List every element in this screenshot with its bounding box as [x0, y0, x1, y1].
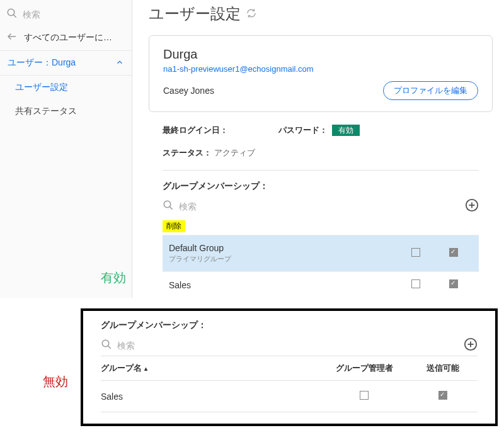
search-icon [101, 339, 112, 352]
group-search-input[interactable] [179, 201, 465, 211]
password-badge: 有効 [332, 125, 360, 136]
password-label: パスワード： [278, 125, 328, 135]
svg-line-1 [13, 14, 16, 18]
sidebar-subitems: ユーザー設定 共有ステータス [0, 76, 132, 123]
group-admin-checkbox[interactable] [411, 248, 420, 257]
overlay-add-icon[interactable] [464, 337, 478, 353]
group-search-row [163, 196, 465, 217]
group-table: Default Group プライマリグループ Sales [163, 235, 479, 298]
refresh-icon[interactable] [246, 8, 257, 21]
overlay-search-input[interactable] [117, 341, 464, 351]
user-card: Durga na1-sh-previewuser1@echosignmail.c… [149, 35, 493, 112]
status-label: ステータス： [163, 148, 212, 157]
col-group-admin[interactable]: グループ管理者 [320, 363, 408, 374]
search-icon [163, 200, 174, 213]
page-title: ユーザー設定 [149, 4, 241, 24]
sidebar-search-input[interactable] [23, 9, 133, 20]
svg-point-8 [102, 340, 109, 347]
svg-line-4 [169, 206, 173, 210]
overlay-search-row [101, 335, 464, 356]
status-value: アクティブ [214, 148, 255, 157]
svg-point-0 [8, 9, 14, 16]
chevron-up-icon [115, 58, 124, 69]
delete-tag[interactable]: 削除 [163, 220, 185, 232]
group-admin-checkbox[interactable] [411, 279, 420, 288]
sidebar-search-row [0, 4, 132, 25]
svg-point-3 [164, 201, 171, 208]
group-name: Sales [169, 280, 397, 290]
overlay-admin-checkbox[interactable] [360, 391, 369, 400]
user-display-name: Durga [163, 47, 478, 62]
annotation-invalid: 無効 [43, 373, 68, 390]
sidebar-user-label: ユーザー：Durga [8, 57, 76, 69]
send-enabled-checkbox[interactable] [449, 279, 458, 288]
main-content: ユーザー設定 Durga na1-sh-previewuser1@echosig… [132, 0, 504, 298]
col-send-enabled[interactable]: 送信可能 [408, 363, 478, 374]
user-subname: Casey Jones [163, 86, 214, 96]
add-group-icon[interactable] [465, 198, 479, 214]
send-enabled-checkbox[interactable] [449, 248, 458, 257]
group-membership-section: グループメンバーシップ： 削除 Default Group プライマリ [149, 171, 493, 298]
last-login-label: 最終ログイン日： [163, 125, 228, 135]
page-header: ユーザー設定 [149, 4, 493, 24]
svg-line-9 [108, 346, 111, 349]
overlay-data-row[interactable]: Sales [101, 381, 478, 412]
sidebar: すべてのユーザーに… ユーザー：Durga ユーザー設定 共有ステータス [0, 0, 132, 298]
sidebar-item-user-settings[interactable]: ユーザー設定 [0, 76, 132, 99]
group-membership-title: グループメンバーシップ： [163, 171, 479, 196]
col-group-name[interactable]: グループ名▴ [101, 363, 320, 374]
sidebar-item-share-status[interactable]: 共有ステータス [0, 99, 132, 123]
sort-asc-icon: ▴ [144, 365, 147, 372]
overlay-panel: グループメンバーシップ： グループ名▴ グループ管理者 送信可能 Sales [81, 308, 498, 426]
user-meta: 最終ログイン日： パスワード： 有効 [149, 112, 493, 142]
annotation-valid: 有効 [101, 269, 126, 286]
overlay-title: グループメンバーシップ： [101, 320, 478, 335]
overlay-send-checkbox[interactable] [438, 391, 447, 400]
table-row[interactable]: Default Group プライマリグループ [163, 235, 479, 271]
overlay-table: グループ名▴ グループ管理者 送信可能 Sales [101, 356, 478, 412]
group-subtitle: プライマリグループ [169, 254, 397, 264]
table-row[interactable]: Sales [163, 271, 479, 298]
edit-profile-button[interactable]: プロファイルを編集 [383, 81, 478, 100]
user-email-link[interactable]: na1-sh-previewuser1@echosignmail.com [163, 64, 478, 74]
overlay-group-name: Sales [101, 391, 320, 402]
back-to-all-users[interactable]: すべてのユーザーに… [0, 25, 132, 50]
overlay-header-row: グループ名▴ グループ管理者 送信可能 [101, 356, 478, 381]
back-label: すべてのユーザーに… [24, 32, 112, 43]
back-arrow-icon [6, 31, 18, 44]
search-icon [6, 8, 18, 21]
sidebar-user-toggle[interactable]: ユーザー：Durga [0, 50, 132, 76]
group-name: Default Group [169, 243, 397, 253]
